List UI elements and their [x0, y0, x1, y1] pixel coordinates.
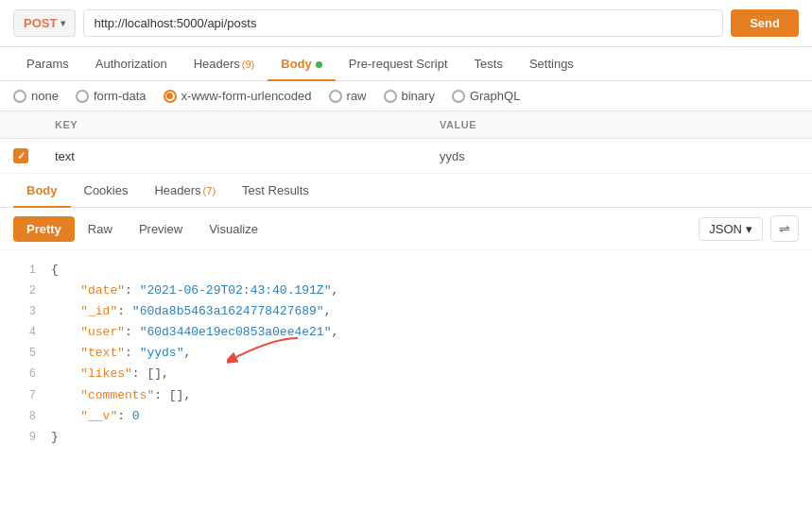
- format-visualize[interactable]: Visualize: [196, 216, 271, 242]
- filter-button[interactable]: ⇌: [770, 215, 799, 242]
- radio-graphql-icon: [452, 90, 465, 103]
- table-row: text yyds: [0, 139, 812, 174]
- format-raw[interactable]: Raw: [75, 216, 126, 242]
- url-input[interactable]: [83, 9, 723, 37]
- json-format-wrapper: JSON ▾ ⇌: [699, 215, 799, 242]
- radio-form-data-icon: [76, 90, 89, 103]
- filter-icon: ⇌: [779, 221, 790, 236]
- code-line-4: 4 "user": "60d3440e19ec0853a0ee4e21",: [0, 322, 812, 343]
- json-select-chevron-icon: ▾: [746, 222, 752, 236]
- radio-binary[interactable]: binary: [384, 89, 435, 103]
- tab-tests[interactable]: Tests: [461, 47, 516, 80]
- request-tab-bar: Params Authorization Headers(9) Body Pre…: [0, 47, 812, 81]
- json-format-select[interactable]: JSON ▾: [699, 217, 763, 241]
- code-line-8: 8 "__v": 0: [0, 406, 812, 427]
- code-line-6: 6 "likes": [],: [0, 364, 812, 384]
- tab-response-headers[interactable]: Headers(7): [141, 174, 229, 207]
- radio-form-data[interactable]: form-data: [76, 89, 147, 103]
- response-body-code: 1 { 2 "date": "2021-06-29T02:43:40.191Z"…: [0, 250, 812, 457]
- format-preview[interactable]: Preview: [126, 216, 196, 242]
- radio-x-www-form-urlencoded[interactable]: x-www-form-urlencoded: [164, 89, 312, 103]
- tab-response-body[interactable]: Body: [13, 174, 71, 207]
- row-checkbox[interactable]: [13, 148, 28, 163]
- col-key-header: KEY: [42, 111, 426, 139]
- body-type-selector: none form-data x-www-form-urlencoded raw…: [0, 81, 812, 111]
- code-line-9: 9 }: [0, 427, 812, 448]
- tab-authorization[interactable]: Authorization: [82, 47, 181, 80]
- code-line-1: 1 {: [0, 260, 812, 281]
- col-value-header: VALUE: [426, 111, 812, 139]
- code-line-7: 7 "comments": [],: [0, 385, 812, 406]
- red-arrow-annotation: [227, 333, 302, 366]
- row-key[interactable]: text: [42, 139, 426, 174]
- tab-test-results[interactable]: Test Results: [229, 174, 322, 207]
- send-button[interactable]: Send: [731, 9, 799, 37]
- radio-none-icon: [13, 90, 26, 103]
- response-toolbar: Pretty Raw Preview Visualize JSON ▾ ⇌: [0, 208, 812, 250]
- radio-binary-icon: [384, 90, 397, 103]
- format-pretty[interactable]: Pretty: [13, 216, 75, 242]
- radio-urlencoded-icon: [164, 90, 177, 103]
- tab-settings[interactable]: Settings: [516, 47, 587, 80]
- col-check-header: [0, 111, 42, 139]
- radio-raw[interactable]: raw: [329, 89, 367, 103]
- body-active-dot: [316, 61, 322, 68]
- tab-pre-request-script[interactable]: Pre-request Script: [336, 47, 461, 80]
- response-tab-bar: Body Cookies Headers(7) Test Results: [0, 174, 812, 208]
- tab-body[interactable]: Body: [268, 47, 336, 80]
- radio-none[interactable]: none: [13, 89, 59, 103]
- method-selector[interactable]: POST ▾: [13, 9, 76, 37]
- radio-raw-icon: [329, 90, 342, 103]
- radio-graphql[interactable]: GraphQL: [452, 89, 520, 103]
- tab-response-cookies[interactable]: Cookies: [71, 174, 142, 207]
- row-value[interactable]: yyds: [426, 139, 812, 174]
- method-label: POST: [24, 16, 57, 30]
- code-line-5: 5 "text": "yyds",: [0, 343, 812, 364]
- code-line-3: 3 "_id": "60da8b5463a1624778427689",: [0, 301, 812, 322]
- tab-headers[interactable]: Headers(9): [181, 47, 268, 80]
- tab-params[interactable]: Params: [13, 47, 82, 80]
- method-chevron-icon: ▾: [60, 18, 65, 28]
- key-value-table: KEY VALUE text yyds: [0, 111, 812, 174]
- url-bar: POST ▾ Send: [0, 0, 812, 47]
- code-line-2: 2 "date": "2021-06-29T02:43:40.191Z",: [0, 281, 812, 301]
